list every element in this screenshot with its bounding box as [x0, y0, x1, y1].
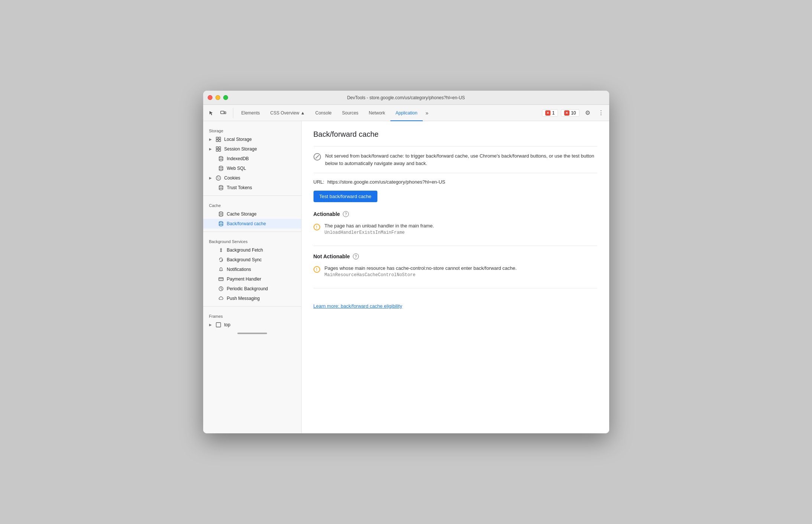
more-options-button[interactable]: ⋮: [596, 108, 606, 118]
svg-rect-3: [219, 137, 221, 139]
svg-point-22: [219, 221, 223, 223]
sidebar-item-session-storage[interactable]: ▶ Session Storage: [203, 144, 301, 154]
not-actionable-issue-item: ! Pages whose main resource has cache-co…: [314, 265, 597, 278]
warning-icon-2: !: [314, 266, 320, 273]
frames-section-label: Frames: [203, 310, 301, 320]
sidebar-item-push-messaging[interactable]: Push Messaging: [203, 294, 301, 303]
url-label: URL:: [314, 179, 325, 185]
svg-point-11: [219, 159, 223, 161]
svg-point-10: [219, 156, 223, 158]
svg-point-20: [219, 212, 223, 213]
svg-point-18: [219, 185, 223, 187]
devtools-window: DevTools - store.google.com/us/category/…: [203, 91, 609, 433]
sidebar-item-trust-tokens[interactable]: Trust Tokens: [203, 183, 301, 193]
traffic-lights: [208, 95, 228, 100]
url-row: URL: https://store.google.com/us/categor…: [314, 179, 597, 185]
page-title: Back/forward cache: [314, 130, 597, 139]
close-button[interactable]: [208, 95, 212, 100]
actionable-help-icon[interactable]: ?: [343, 211, 349, 217]
expand-arrow-icon: ▶: [209, 176, 212, 180]
not-actionable-issue-content: Pages whose main resource has cache-cont…: [325, 265, 517, 278]
main-area: Storage ▶ Local Storage ▶ Session Storag…: [203, 121, 609, 433]
tab-console[interactable]: Console: [310, 105, 337, 121]
sidebar-item-indexeddb[interactable]: IndexedDB: [203, 154, 301, 164]
svg-point-19: [219, 188, 223, 190]
svg-point-17: [218, 178, 218, 179]
svg-point-23: [219, 224, 223, 226]
sidebar-item-top-frame[interactable]: ▶ top: [203, 320, 301, 330]
actionable-issue-content: The page has an unload handler in the ma…: [325, 223, 434, 235]
grid-icon: [215, 146, 221, 152]
storage-section-label: Storage: [203, 124, 301, 135]
sync-icon: [218, 257, 224, 263]
cache-section-label: Cache: [203, 199, 301, 209]
not-actionable-section: Not Actionable ? ! Pages whose main reso…: [314, 253, 597, 288]
divider-3: [203, 306, 301, 307]
titlebar: DevTools - store.google.com/us/category/…: [203, 91, 609, 105]
toolbar-icons: [206, 108, 233, 118]
device-icon[interactable]: [218, 108, 228, 118]
not-actionable-title: Not Actionable: [314, 253, 350, 259]
expand-arrow-icon: ▶: [209, 138, 212, 141]
bell-icon: [218, 266, 224, 272]
learn-more-link[interactable]: Learn more: back/forward cache eligibili…: [314, 303, 402, 309]
sidebar-item-notifications[interactable]: Notifications: [203, 265, 301, 274]
divider-2: [203, 232, 301, 232]
content-area: Back/forward cache Not served from back/…: [302, 121, 609, 433]
cylinder-icon: [218, 156, 224, 162]
tab-sources[interactable]: Sources: [337, 105, 364, 121]
cursor-icon[interactable]: [206, 108, 217, 118]
arrows-icon: [218, 247, 224, 253]
actionable-issue-text: The page has an unload handler in the ma…: [325, 223, 434, 229]
maximize-button[interactable]: [223, 95, 228, 100]
toolbar-right: ✕ 1 ✕ 10 ⚙ ⋮: [542, 108, 606, 118]
settings-button[interactable]: ⚙: [582, 108, 593, 118]
actionable-section: Actionable ? ! The page has an unload ha…: [314, 211, 597, 246]
svg-rect-26: [216, 323, 221, 327]
tab-application[interactable]: Application: [390, 105, 423, 121]
cylinder-icon: [218, 185, 224, 191]
blocked-icon: [314, 153, 321, 161]
svg-rect-4: [216, 140, 218, 142]
sidebar-item-local-storage[interactable]: ▶ Local Storage: [203, 135, 301, 144]
svg-rect-24: [219, 278, 223, 281]
sidebar-item-bfcache[interactable]: Back/forward cache: [203, 219, 301, 229]
sidebar-item-bg-sync[interactable]: Background Sync: [203, 255, 301, 265]
svg-rect-9: [219, 149, 221, 151]
window-title: DevTools - store.google.com/us/category/…: [347, 95, 465, 100]
sidebar-item-cache-storage[interactable]: Cache Storage: [203, 209, 301, 219]
warning-count-badge[interactable]: ✕ 10: [561, 109, 579, 117]
svg-rect-0: [221, 111, 224, 114]
tab-network[interactable]: Network: [364, 105, 390, 121]
error-count-badge[interactable]: ✕ 1: [542, 109, 558, 117]
sidebar-item-bg-fetch[interactable]: Background Fetch: [203, 245, 301, 255]
minimize-button[interactable]: [215, 95, 220, 100]
tab-css-overview[interactable]: CSS Overview ▲: [265, 105, 310, 121]
sidebar-item-web-sql[interactable]: Web SQL: [203, 164, 301, 173]
svg-point-13: [219, 169, 223, 171]
sidebar-item-payment-handler[interactable]: Payment Handler: [203, 274, 301, 284]
test-bfcache-button[interactable]: Test back/forward cache: [314, 191, 377, 202]
tab-elements[interactable]: Elements: [236, 105, 265, 121]
expand-arrow-icon: ▶: [209, 147, 212, 151]
svg-rect-1: [224, 112, 226, 114]
svg-point-14: [216, 176, 221, 180]
actionable-title: Actionable: [314, 211, 340, 217]
expand-arrow-icon: ▶: [209, 323, 212, 327]
tab-bar: Elements CSS Overview ▲ Console Sources …: [236, 105, 542, 121]
card-icon: [218, 276, 224, 282]
svg-rect-6: [216, 147, 218, 149]
toolbar: Elements CSS Overview ▲ Console Sources …: [203, 105, 609, 121]
sidebar-item-cookies[interactable]: ▶ Cookies: [203, 173, 301, 183]
sidebar-item-periodic-bg[interactable]: Periodic Background: [203, 284, 301, 294]
divider-1: [203, 195, 301, 196]
url-value: https://store.google.com/us/category/pho…: [327, 179, 445, 185]
tab-more[interactable]: »: [423, 110, 432, 116]
not-actionable-help-icon[interactable]: ?: [353, 253, 359, 259]
not-actionable-issue-text: Pages whose main resource has cache-cont…: [325, 265, 517, 271]
cylinder-icon: [218, 211, 224, 217]
svg-rect-2: [216, 137, 218, 139]
svg-point-15: [217, 177, 218, 178]
info-message: Not served from back/forward cache: to t…: [325, 152, 597, 167]
frame-icon: [215, 322, 221, 328]
